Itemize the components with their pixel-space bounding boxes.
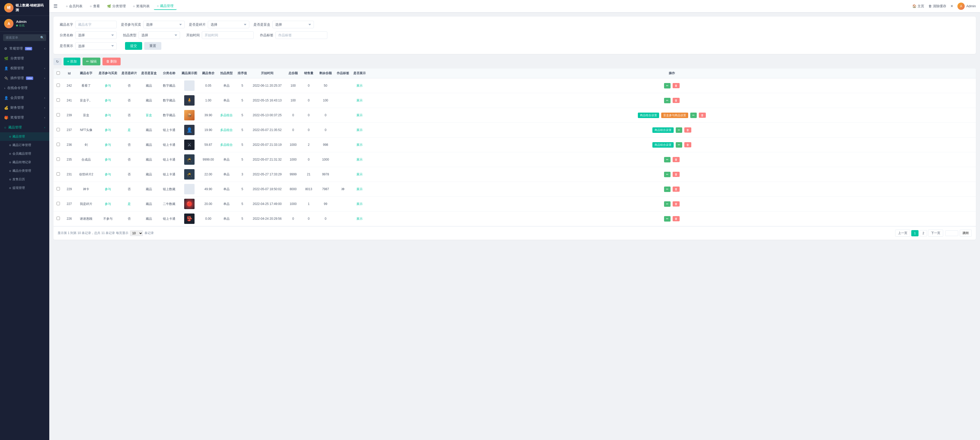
submenu-item-collectible-manage[interactable]: 藏品管理 [0,132,49,141]
edit-row-button[interactable]: ✏ [690,113,697,118]
delete-row-button[interactable]: 🗑 [699,113,706,118]
collectible-name-input[interactable] [75,21,117,28]
tab-collectible-manage[interactable]: ○ 藏品管理 [154,3,177,10]
row-checkbox[interactable] [57,83,60,87]
delete-button[interactable]: 🗑 删除 [102,57,121,65]
display-value[interactable]: 展示 [356,113,363,117]
submenu-item-withdraw-manage[interactable]: 提现管理 [0,184,49,192]
participate-value[interactable]: 参与 [105,202,111,206]
sidebar-item-general[interactable]: ⚙ 常规管理 new › [0,44,49,53]
add-button[interactable]: + 添加 [64,57,80,65]
edit-row-button[interactable]: ✏ [664,98,671,103]
display-value[interactable]: 展示 [356,143,363,147]
display-select[interactable]: 选择 展示 不展示 [75,42,117,50]
edit-row-button[interactable]: ✏ [664,83,671,88]
prev-page-button[interactable]: 上一页 [895,230,910,237]
participate-value[interactable]: 参与 [105,158,111,161]
category-select[interactable]: 选择 [75,31,117,39]
tab-prize-list[interactable]: ○ 奖项列表 [130,3,153,10]
display-value[interactable]: 展示 [356,172,363,176]
delete-row-button[interactable]: 🗑 [673,216,679,221]
delete-row-button[interactable]: 🗑 [673,83,679,88]
display-value[interactable]: 展示 [356,187,363,191]
edit-row-button[interactable]: ✏ [664,201,671,207]
sidebar-item-permission[interactable]: 👤 权限管理 ‹ [0,63,49,73]
submenu-item-collectible-orders[interactable]: 藏品订单管理 [0,141,49,150]
next-page-button[interactable]: 下一页 [928,230,943,237]
row-checkbox[interactable] [57,158,60,161]
refresh-button[interactable]: ↻ [53,58,62,65]
delete-row-button[interactable]: 🗑 [673,187,679,192]
home-link[interactable]: 🏠 主页 [912,4,924,8]
row-checkbox[interactable] [57,217,60,220]
delete-row-button[interactable]: 🗑 [673,98,679,103]
blind-box-select[interactable]: 选择 是 否 [272,21,314,28]
display-value[interactable]: 展示 [356,128,363,132]
submit-button[interactable]: 提交 [125,42,142,50]
combo-button[interactable]: 商品组合设置 [652,142,674,148]
edit-row-button[interactable]: ✏ [664,157,671,163]
page-jump-button[interactable]: 跳转 [960,230,972,237]
page-1-button[interactable]: 1 [911,230,919,236]
participate-value[interactable]: 参与 [105,84,111,88]
display-value[interactable]: 展示 [356,99,363,102]
edit-row-button[interactable]: ✏ [676,128,682,133]
reset-button[interactable]: 重置 [144,42,161,50]
sidebar-item-plugin[interactable]: 🔌 插件管理 new › [0,73,49,83]
page-2-button[interactable]: 2 [920,230,927,236]
edit-row-button[interactable]: ✏ [676,142,682,148]
row-checkbox[interactable] [57,172,60,175]
row-checkbox[interactable] [57,187,60,190]
sidebar-item-online-cmd[interactable]: › 在线命令管理 [0,83,49,93]
submenu-item-member-collectibles[interactable]: 会员藏品管理 [0,150,49,158]
select-all-checkbox[interactable] [57,71,60,75]
delete-row-button[interactable]: 🗑 [673,172,679,177]
row-checkbox[interactable] [57,128,60,131]
hamburger-icon[interactable]: ☰ [53,3,57,9]
sidebar-item-prize[interactable]: 🎁 奖项管理 ‹ [0,113,49,123]
sidebar-item-category[interactable]: 🌿 分类管理 [0,53,49,63]
submenu-item-release-calendar[interactable]: 发售日历 [0,175,49,184]
search-input[interactable] [3,34,46,41]
participate-value[interactable]: 参与 [105,143,111,147]
participate-select[interactable]: 选择 参与 不参与 [143,21,185,28]
delete-row-button[interactable]: 🗑 [673,201,679,207]
display-value[interactable]: 展示 [356,84,363,88]
row-checkbox[interactable] [57,98,60,102]
participate-value[interactable]: 参与 [105,128,111,132]
participate-value[interactable]: 参与 [105,187,111,191]
clear-cache-link[interactable]: 🗑 清除缓存 [928,4,946,8]
display-value[interactable]: 展示 [356,217,363,220]
sidebar-search[interactable]: 🔍 [3,34,46,41]
close-tab-link[interactable]: ✕ [950,4,953,8]
tab-view[interactable]: ○ 查看 [87,3,103,10]
combo-button[interactable]: 商品组合设置 [638,113,659,118]
page-jump-input[interactable] [945,230,958,236]
display-value[interactable]: 展示 [356,202,363,206]
participate-value[interactable]: 参与 [105,99,111,102]
auction-type-select[interactable]: 选择 单品 多品组合 [138,31,180,39]
row-checkbox[interactable] [57,202,60,205]
sidebar-item-member[interactable]: 👤 会员管理 ‹ [0,93,49,103]
work-tag-input[interactable] [275,31,327,39]
edit-row-button[interactable]: ✏ [664,216,671,222]
submenu-item-transfer-records[interactable]: 藏品转增记录 [0,158,49,167]
edit-row-button[interactable]: ✏ [664,187,671,192]
sidebar-item-finance[interactable]: 💰 财务管理 ‹ [0,103,49,113]
start-time-input[interactable] [202,31,254,39]
edit-button[interactable]: ✏ 编辑 [83,57,100,65]
per-page-select[interactable]: 10 20 50 [130,230,143,236]
sidebar-item-collectible[interactable]: ○ 藏品管理 ‹ [0,123,49,132]
blind-combo-button[interactable]: 盲盒参与商品设置 [661,113,688,118]
delete-row-button[interactable]: 🗑 [684,128,691,132]
combo-button[interactable]: 商品组合设置 [652,128,674,133]
tab-member-list[interactable]: ○ 会员列表 [63,3,86,10]
edit-row-button[interactable]: ✏ [664,172,671,177]
submenu-item-collectible-category[interactable]: 藏品分类管理 [0,167,49,175]
participate-value[interactable]: 参与 [105,113,111,117]
fragment-select[interactable]: 选择 是 否 [208,21,249,28]
display-value[interactable]: 展示 [356,158,363,161]
delete-row-button[interactable]: 🗑 [673,157,679,162]
row-checkbox[interactable] [57,143,60,146]
delete-row-button[interactable]: 🗑 [684,142,691,147]
